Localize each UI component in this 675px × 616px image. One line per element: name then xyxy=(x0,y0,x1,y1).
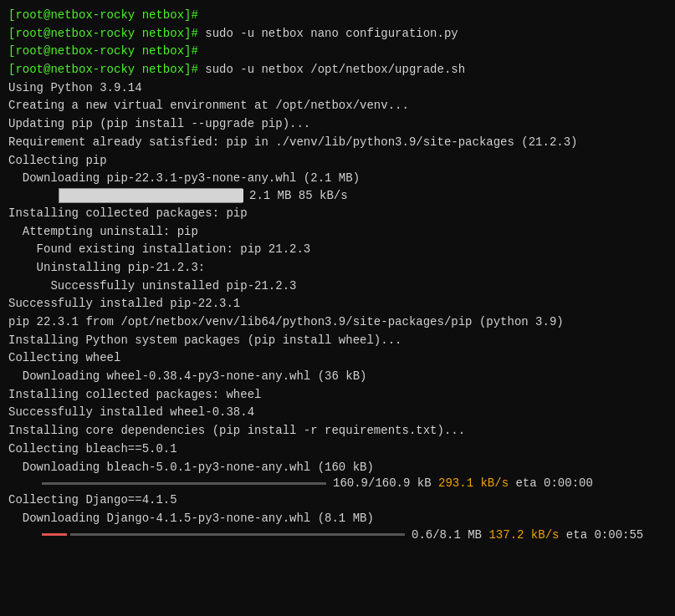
terminal-line-l7: Updating pip (pip install --upgrade pip)… xyxy=(8,115,667,134)
terminal-line-l15: Uninstalling pip-21.2.3: xyxy=(8,259,667,277)
terminal-line-l29: Downloading Django-4.1.5-py3-none-any.wh… xyxy=(8,510,667,528)
terminal-line-l13: Attempting uninstall: pip xyxy=(8,223,667,242)
terminal-line-l23: Successfully installed wheel-0.38.4 xyxy=(8,404,667,422)
terminal-line-l1: [root@netbox-rocky netbox]# xyxy=(8,7,667,25)
terminal-line-l21: Downloading wheel-0.38.4-py3-none-any.wh… xyxy=(8,368,667,386)
terminal-line-l3: [root@netbox-rocky netbox]# xyxy=(8,43,667,61)
terminal-line-l2: [root@netbox-rocky netbox]# sudo -u netb… xyxy=(8,25,667,43)
terminal-line-l9: Collecting pip xyxy=(8,152,667,171)
terminal-line-l5: Using Python 3.9.14 xyxy=(8,79,667,98)
terminal-line-l6: Creating a new virtual environment at /o… xyxy=(8,97,667,115)
terminal-line-l16: Successfully uninstalled pip-21.2.3 xyxy=(8,277,667,296)
terminal-line-l26: Downloading bleach-5.0.1-py3-none-any.wh… xyxy=(8,459,667,477)
pip-progress-bar: 2.1 MB 85 kB/s xyxy=(59,188,667,203)
terminal-line-l14: Found existing installation: pip 21.2.3 xyxy=(8,241,667,259)
terminal-line-l8: Requirement already satisfied: pip in ./… xyxy=(8,134,667,152)
terminal-line-l22: Installing collected packages: wheel xyxy=(8,386,667,405)
terminal-line-l25: Collecting bleach==5.0.1 xyxy=(8,440,667,459)
django-progress-bar: 0.6/8.1 MB 137.2 kB/s eta 0:00:55 xyxy=(42,528,667,542)
terminal-line-l20: Collecting wheel xyxy=(8,349,667,368)
bleach-progress-bar: 160.9/160.9 kB 293.1 kB/s eta 0:00:00 xyxy=(42,476,667,490)
terminal-line-l19: Installing Python system packages (pip i… xyxy=(8,332,667,350)
terminal-line-l4: [root@netbox-rocky netbox]# sudo -u netb… xyxy=(8,61,667,79)
terminal-line-l28: Collecting Django==4.1.5 xyxy=(8,491,667,510)
terminal-line-l24: Installing core dependencies (pip instal… xyxy=(8,422,667,440)
terminal-line-l12: Installing collected packages: pip xyxy=(8,205,667,223)
terminal-line-l10: Downloading pip-22.3.1-py3-none-any.whl … xyxy=(8,170,667,188)
terminal: [root@netbox-rocky netbox]#[root@netbox-… xyxy=(8,7,667,542)
terminal-line-l17: Successfully installed pip-22.3.1 xyxy=(8,295,667,313)
terminal-line-l18: pip 22.3.1 from /opt/netbox/venv/lib64/p… xyxy=(8,313,667,332)
